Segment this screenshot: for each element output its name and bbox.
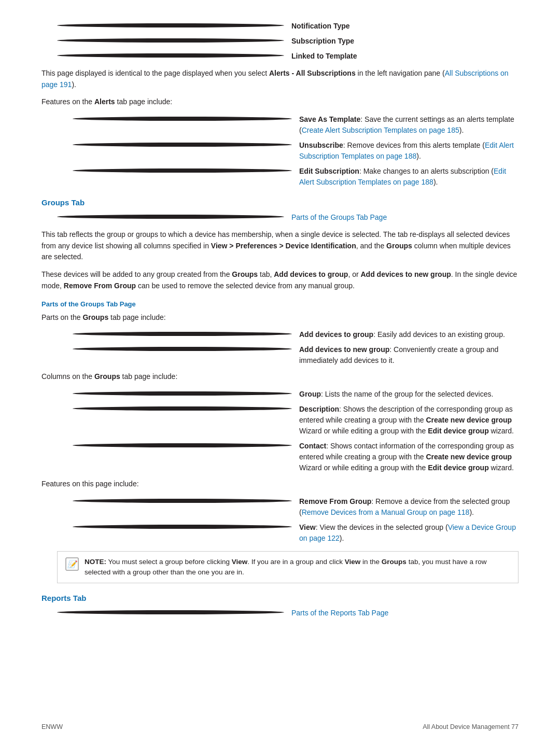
- parts-of-reports-tab-link[interactable]: Parts of the Reports Tab Page: [291, 609, 388, 617]
- parts-list: Add devices to group: Easily add devices…: [41, 329, 519, 366]
- list-item-add-devices-to-new-group: Add devices to new group: Conveniently c…: [41, 344, 519, 366]
- view-suffix: ).: [340, 534, 344, 542]
- description-column-text2: Wizard or while editing a group with the: [299, 427, 428, 435]
- remove-from-group-text: Remove From Group: Remove a device from …: [299, 496, 519, 518]
- list-item: Linked to Template: [41, 51, 519, 62]
- groups-tab-p2-text1: tab,: [258, 270, 274, 278]
- view-text: View: View the devices in the selected g…: [299, 522, 519, 544]
- bullet-dot: [73, 143, 292, 147]
- note-icon: 📝: [65, 557, 79, 571]
- contact-column-text: Contact: Shows contact information of th…: [299, 441, 519, 473]
- note-bold3: Groups: [382, 558, 407, 566]
- group-column-text: Group: Lists the name of the group for t…: [299, 389, 519, 400]
- groups-tab-link-list: Parts of the Groups Tab Page: [41, 212, 519, 223]
- linked-to-template-label: Linked to Template: [291, 51, 519, 62]
- list-item-reports-tab-page: Parts of the Reports Tab Page: [41, 608, 519, 619]
- list-item: Notification Type: [41, 21, 519, 32]
- footer-right: All About Device Management 77: [423, 723, 519, 730]
- bullet-dot: [73, 332, 292, 336]
- description-column-bold: Description: [299, 405, 339, 413]
- intro-p1-prefix: This page displayed is identical to the …: [41, 69, 269, 77]
- description-column-bold3: Edit device group: [428, 427, 488, 435]
- bullet-dot: [57, 610, 284, 614]
- remove-from-group-bold: Remove From Group: [299, 497, 371, 505]
- description-column-text3: wizard.: [489, 427, 514, 435]
- columns-intro-prefix: Columns on the: [41, 372, 94, 381]
- note-svg-icon: 📝: [65, 557, 79, 571]
- columns-intro-bold: Groups: [94, 372, 120, 381]
- note-box: 📝 NOTE: You must select a group before c…: [57, 551, 519, 584]
- bullet-dot: [73, 168, 292, 173]
- view-desc: : View the devices in the selected group…: [316, 523, 448, 531]
- contact-column-bold2: Create new device group: [426, 453, 512, 461]
- groups-tab-p1-bold1: View > Preferences > Device Identificati…: [211, 242, 356, 250]
- bullet-dot: [73, 117, 292, 121]
- bullet-dot: [73, 347, 292, 351]
- contact-column-text3: wizard.: [489, 463, 514, 472]
- remove-from-group-suffix: ).: [469, 508, 474, 516]
- unsubscribe-pre: : Remove devices from this alerts templa…: [343, 141, 485, 149]
- columns-intro-suffix: tab page include:: [120, 372, 178, 381]
- features-list: Remove From Group: Remove a device from …: [41, 496, 519, 544]
- list-item-description-column: Description: Shows the description of th…: [41, 404, 519, 437]
- notification-type-text: Notification Type: [291, 22, 350, 30]
- groups-tab-p2-bold4: Remove From Group: [64, 282, 136, 290]
- bullet-dot: [57, 23, 284, 27]
- group-column-bold: Group: [299, 390, 321, 398]
- intro-paragraph-1: This page displayed is identical to the …: [41, 68, 519, 90]
- bullet-dot: [73, 391, 292, 396]
- page-footer: ENWW All About Device Management 77: [41, 723, 519, 730]
- description-column-text: Description: Shows the description of th…: [299, 404, 519, 437]
- linked-to-template-text: Linked to Template: [291, 52, 357, 60]
- parts-intro-prefix: Parts on the: [41, 313, 82, 321]
- notification-type-label: Notification Type: [291, 21, 519, 32]
- note-text-content: NOTE: You must select a group before cli…: [85, 557, 511, 578]
- parts-of-groups-tab-link[interactable]: Parts of the Groups Tab Page: [291, 213, 387, 221]
- add-devices-to-new-group-text: Add devices to new group: Conveniently c…: [299, 344, 519, 366]
- bullet-dot: [73, 525, 292, 529]
- group-column-desc: : Lists the name of the group for the se…: [321, 390, 493, 398]
- groups-tab-p2-bold1: Groups: [232, 270, 258, 278]
- page: Notification Type Subscription Type Link…: [0, 0, 560, 745]
- add-devices-to-group-desc: : Easily add devices to an existing grou…: [373, 330, 505, 339]
- note-bold2: View: [345, 558, 361, 566]
- contact-column-bold3: Edit device group: [428, 463, 488, 472]
- note-text2: in the: [360, 558, 382, 566]
- bullet-dot: [73, 443, 292, 447]
- reports-tab-link-list: Parts of the Reports Tab Page: [41, 608, 519, 619]
- edit-subscription-suffix: ).: [433, 178, 438, 186]
- save-as-template-link[interactable]: Create Alert Subscription Templates on p…: [302, 126, 459, 134]
- bullet-dot: [73, 406, 292, 411]
- intro-p1-suffix: ).: [72, 80, 76, 89]
- groups-tab-p1-bold2: Groups: [386, 242, 412, 250]
- list-item-unsubscribe: Unsubscribe: Remove devices from this al…: [41, 140, 519, 162]
- columns-list: Group: Lists the name of the group for t…: [41, 389, 519, 473]
- groups-tab-paragraph-1: This tab reflects the group or groups to…: [41, 229, 519, 263]
- unsubscribe-text: Unsubscribe: Remove devices from this al…: [299, 140, 519, 162]
- edit-subscription-text: Edit Subscription: Make changes to an al…: [299, 166, 519, 188]
- remove-from-group-link[interactable]: Remove Devices from a Manual Group on pa…: [302, 508, 470, 516]
- add-devices-to-group-bold: Add devices to group: [299, 330, 373, 339]
- parts-intro-bold: Groups: [82, 313, 108, 321]
- contact-column-bold: Contact: [299, 442, 326, 450]
- edit-subscription-bold: Edit Subscription: [299, 167, 359, 175]
- save-as-template-bold: Save As Template: [299, 115, 360, 123]
- list-item-groups-tab-page: Parts of the Groups Tab Page: [41, 212, 519, 223]
- note-text1: . If you are in a group and click: [247, 558, 345, 566]
- unsubscribe-suffix: ).: [416, 152, 421, 160]
- groups-tab-p2-bold2: Add devices to group: [274, 270, 348, 278]
- columns-intro-text: Columns on the Groups tab page include:: [41, 371, 519, 383]
- top-bullet-list: Notification Type Subscription Type Link…: [41, 21, 519, 62]
- edit-subscription-pre: : Make changes to an alerts subscription…: [359, 167, 494, 175]
- subscription-type-label: Subscription Type: [291, 36, 519, 47]
- add-devices-to-new-group-bold: Add devices to new group: [299, 345, 389, 354]
- list-item-save-as-template: Save As Template: Save the current setti…: [41, 114, 519, 136]
- bullet-dot: [57, 53, 284, 58]
- bullet-dot: [73, 499, 292, 503]
- svg-text:📝: 📝: [67, 560, 78, 569]
- save-as-template-suffix: ).: [459, 126, 464, 134]
- bullet-dot: [57, 215, 284, 219]
- features-intro-text: Features on this page include:: [41, 479, 519, 490]
- intro-p2-suffix: tab page include:: [115, 97, 173, 106]
- list-item-remove-from-group: Remove From Group: Remove a device from …: [41, 496, 519, 518]
